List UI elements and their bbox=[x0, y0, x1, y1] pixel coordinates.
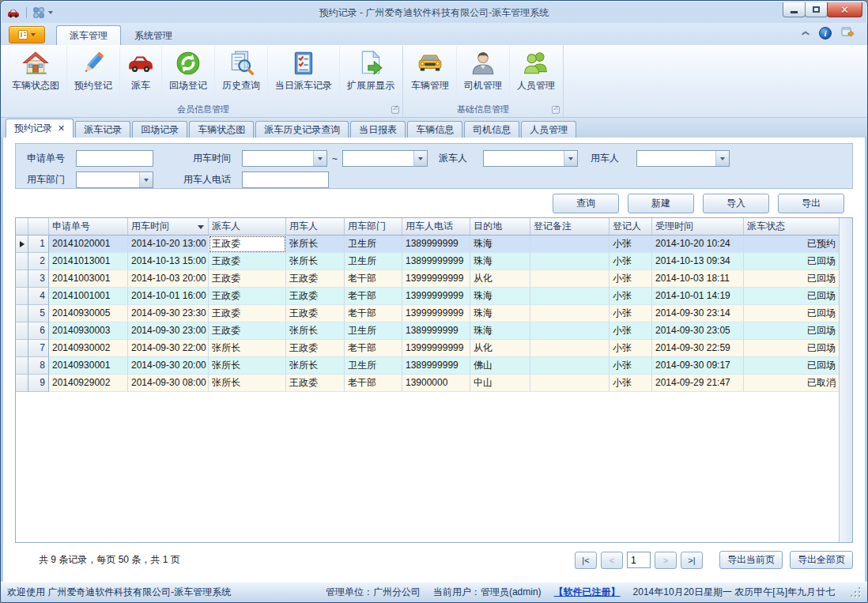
data-cell[interactable]: 20141003001 bbox=[49, 270, 128, 288]
doc-tab[interactable]: 车辆信息 bbox=[407, 121, 462, 138]
data-cell[interactable]: 张所长 bbox=[286, 236, 345, 253]
column-header[interactable]: 用车部门 bbox=[345, 218, 402, 235]
data-cell[interactable]: 小张 bbox=[609, 270, 652, 288]
column-header[interactable]: 申请单号 bbox=[49, 218, 128, 235]
data-cell[interactable]: 卫生所 bbox=[345, 253, 402, 270]
data-cell[interactable]: 张所长 bbox=[209, 375, 286, 392]
ribbon-button[interactable]: 派车 bbox=[119, 46, 161, 102]
data-cell[interactable]: 中山 bbox=[470, 375, 530, 392]
user-phone-input[interactable] bbox=[242, 171, 329, 188]
first-page-button[interactable]: |< bbox=[575, 552, 597, 569]
dispatch-status-cell[interactable]: 已回场 bbox=[744, 270, 839, 288]
minimize-button[interactable] bbox=[783, 2, 806, 17]
application-menu-button[interactable] bbox=[9, 26, 45, 43]
data-cell[interactable]: 13999999999 bbox=[402, 340, 470, 357]
table-row[interactable]: 7201409300022014-09-30 22:00张所长王政委老干部139… bbox=[16, 340, 839, 357]
data-cell[interactable] bbox=[530, 375, 609, 392]
data-cell[interactable]: 小张 bbox=[609, 288, 652, 305]
data-cell[interactable]: 20140930003 bbox=[49, 322, 128, 340]
data-cell[interactable]: 2014-10-03 20:00 bbox=[128, 270, 209, 288]
ribbon-button[interactable]: 人员管理 bbox=[509, 46, 562, 102]
dispatch-status-cell[interactable]: 已回场 bbox=[744, 288, 839, 305]
data-cell[interactable]: 13900000 bbox=[402, 375, 470, 392]
table-row[interactable]: 2201410130012014-10-13 15:00王政委张所长卫生所138… bbox=[16, 253, 839, 270]
data-cell[interactable]: 王政委 bbox=[209, 236, 286, 253]
data-cell[interactable]: 20141013001 bbox=[49, 253, 128, 270]
export-current-page-button[interactable]: 导出当前页 bbox=[719, 551, 783, 569]
close-button[interactable]: ✕ bbox=[827, 2, 862, 17]
data-cell[interactable]: 20140930001 bbox=[49, 357, 128, 375]
data-cell[interactable]: 王政委 bbox=[286, 270, 345, 288]
data-cell[interactable]: 王政委 bbox=[286, 375, 345, 392]
ribbon-button[interactable]: 车辆管理 bbox=[404, 46, 456, 102]
ribbon-button[interactable]: 司机管理 bbox=[456, 46, 509, 102]
data-cell[interactable]: 2014-09-30 09:17 bbox=[652, 357, 744, 375]
data-cell[interactable]: 13999999999 bbox=[402, 288, 470, 305]
doc-tab[interactable]: 回场记录 bbox=[132, 121, 187, 138]
ribbon-button[interactable]: 车辆状态图 bbox=[5, 46, 66, 102]
info-icon[interactable]: i bbox=[819, 27, 832, 40]
doc-tab[interactable]: 司机信息 bbox=[464, 121, 519, 138]
data-cell[interactable]: 老干部 bbox=[345, 288, 402, 305]
data-cell[interactable]: 珠海 bbox=[470, 253, 530, 270]
data-cell[interactable]: 20140930005 bbox=[49, 305, 128, 322]
data-cell[interactable]: 王政委 bbox=[209, 288, 286, 305]
table-row[interactable]: 5201409300052014-09-30 23:30王政委王政委老干部139… bbox=[16, 305, 839, 322]
collapse-ribbon-icon[interactable] bbox=[802, 31, 810, 36]
use-time-from-select[interactable] bbox=[242, 150, 327, 167]
data-cell[interactable]: 老干部 bbox=[345, 340, 402, 357]
data-cell[interactable]: 小张 bbox=[609, 305, 652, 322]
data-cell[interactable]: 老干部 bbox=[345, 375, 402, 392]
data-cell[interactable]: 王政委 bbox=[209, 253, 286, 270]
export-all-pages-button[interactable]: 导出全部页 bbox=[790, 551, 853, 569]
data-cell[interactable]: 小张 bbox=[609, 340, 652, 357]
layout-icon[interactable] bbox=[33, 7, 44, 18]
data-cell[interactable]: 20141001001 bbox=[49, 288, 128, 305]
data-cell[interactable]: 珠海 bbox=[470, 322, 530, 340]
data-cell[interactable] bbox=[530, 357, 609, 375]
prev-page-button[interactable]: < bbox=[601, 552, 623, 569]
ribbon-button[interactable]: 历史查询 bbox=[214, 46, 267, 102]
data-cell[interactable]: 2014-10-01 16:00 bbox=[128, 288, 209, 305]
data-cell[interactable]: 20140929002 bbox=[49, 375, 128, 392]
data-cell[interactable]: 张所长 bbox=[209, 340, 286, 357]
data-cell[interactable] bbox=[530, 322, 609, 340]
data-cell[interactable]: 张所长 bbox=[209, 357, 286, 375]
data-cell[interactable]: 王政委 bbox=[209, 322, 286, 340]
last-page-button[interactable]: >| bbox=[681, 552, 703, 569]
data-cell[interactable]: 卫生所 bbox=[345, 236, 402, 253]
data-cell[interactable]: 王政委 bbox=[286, 288, 345, 305]
tab-close-icon[interactable]: ✕ bbox=[58, 124, 65, 133]
data-cell[interactable]: 小张 bbox=[609, 322, 652, 340]
data-cell[interactable]: 王政委 bbox=[286, 305, 345, 322]
data-cell[interactable]: 王政委 bbox=[209, 305, 286, 322]
table-row[interactable]: 6201409300032014-09-30 23:00王政委张所长卫生所138… bbox=[16, 322, 839, 340]
data-cell[interactable]: 老干部 bbox=[345, 270, 402, 288]
column-header[interactable]: 用车时间 bbox=[128, 218, 209, 235]
ribbon-tab-system[interactable]: 系统管理 bbox=[121, 25, 186, 45]
dispatch-status-cell[interactable]: 已取消 bbox=[744, 375, 839, 392]
data-cell[interactable]: 1389999999 bbox=[402, 236, 470, 253]
data-cell[interactable]: 13999999999 bbox=[402, 270, 470, 288]
dispatch-status-cell[interactable]: 已回场 bbox=[744, 322, 839, 340]
dispatch-status-cell[interactable]: 已回场 bbox=[744, 357, 839, 375]
table-row[interactable]: 4201410010012014-10-01 16:00王政委王政委老干部139… bbox=[16, 288, 839, 305]
toolbar-dropdown-icon[interactable] bbox=[48, 11, 53, 14]
data-cell[interactable] bbox=[530, 288, 609, 305]
dispatch-status-cell[interactable]: 已预约 bbox=[744, 236, 839, 253]
resize-grip-icon[interactable] bbox=[851, 587, 861, 597]
data-cell[interactable]: 卫生所 bbox=[345, 357, 402, 375]
import-button[interactable]: 导入 bbox=[703, 194, 769, 213]
dialog-launcher-icon[interactable] bbox=[552, 106, 560, 114]
data-cell[interactable]: 13999999999 bbox=[402, 305, 470, 322]
column-header[interactable]: 受理时间 bbox=[652, 218, 744, 235]
data-cell[interactable]: 2014-10-01 14:19 bbox=[652, 288, 744, 305]
ribbon-tab-dispatch[interactable]: 派车管理 bbox=[56, 25, 121, 45]
data-cell[interactable]: 卫生所 bbox=[345, 322, 402, 340]
table-row[interactable]: 1201410200012014-10-20 13:00王政委张所长卫生所138… bbox=[16, 236, 839, 253]
data-cell[interactable]: 2014-09-30 22:59 bbox=[652, 340, 744, 357]
search-button[interactable]: 查询 bbox=[553, 194, 619, 213]
user-select[interactable] bbox=[636, 150, 730, 167]
column-header[interactable]: 用车人电话 bbox=[402, 218, 470, 235]
column-header[interactable]: 用车人 bbox=[286, 218, 345, 235]
